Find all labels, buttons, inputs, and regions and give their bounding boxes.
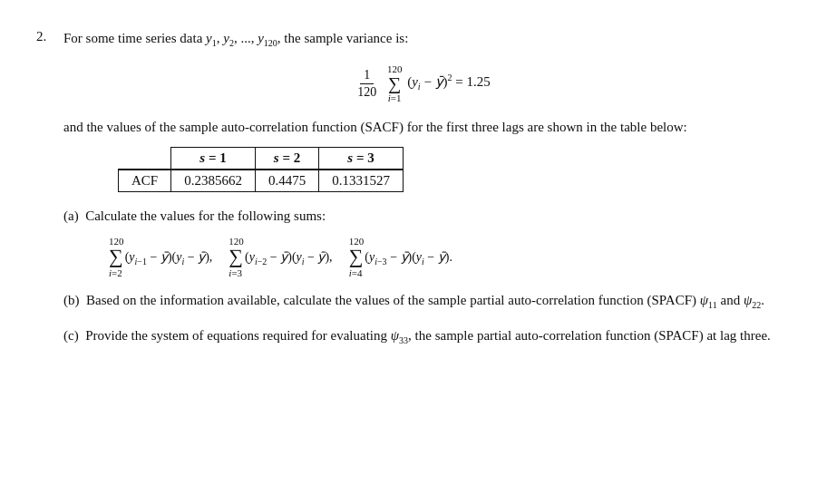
table-cell-s3: 0.1331527	[319, 170, 404, 192]
part-a-text: Calculate the values for the following s…	[85, 208, 326, 223]
sum2-formula: (yi−2 − ȳ)(yi − ȳ),	[245, 249, 333, 267]
question-body: For some time series data y1, y2, ..., y…	[63, 27, 781, 348]
table-header-s3: s = 3	[319, 148, 404, 170]
part-b-text: (b) Based on the information available, …	[63, 289, 781, 314]
question-block: 2. For some time series data y1, y2, ...…	[36, 27, 781, 348]
sum1-formula: (yi−1 − ȳ)(yi − ȳ),	[125, 249, 213, 267]
part-b-tag: (b)	[63, 293, 80, 307]
intro-prefix: For some time series data	[63, 31, 202, 45]
part-c-text: (c) Provide the system of equations requ…	[63, 325, 781, 349]
table-cell-s2: 0.4475	[255, 170, 318, 192]
sigma-bottom: i=1	[388, 92, 402, 103]
table-header-s2: s = 2	[255, 148, 318, 170]
acf-table: s = 1 s = 2 s = 3 ACF 0.2385662 0.4475 0…	[118, 147, 404, 192]
series-label: y1, y2, ..., y120,	[206, 31, 281, 45]
table-row: ACF 0.2385662 0.4475 0.1331527	[119, 170, 404, 192]
sums-block: 120 ∑ (yi−1 − ȳ)(yi − ȳ), i=2 120 ∑ (yi−…	[109, 236, 781, 278]
sigma-symbol: ∑	[388, 74, 401, 92]
sigma-expression: (yi − ȳ)2 = 1.25	[407, 74, 491, 89]
table-cell-s1: 0.2385662	[171, 170, 256, 192]
sum-item-3: 120 ∑ (yi−3 − ȳ)(yi − ȳ). i=4	[349, 236, 452, 278]
question-number: 2.	[36, 27, 54, 44]
part-c-tag: (c)	[63, 328, 79, 343]
intro-text: For some time series data y1, y2, ..., y…	[63, 27, 781, 51]
sum1-expr: ∑ (yi−1 − ȳ)(yi − ȳ),	[109, 247, 212, 267]
sum-item-2: 120 ∑ (yi−2 − ȳ)(yi − ȳ), i=3	[229, 236, 332, 278]
table-header-s1: s = 1	[171, 148, 256, 170]
sum2-bot: i=3	[229, 267, 242, 278]
table-row-label: ACF	[119, 170, 171, 192]
sum3-sigma: ∑	[349, 247, 364, 267]
part-a-label: (a) Calculate the values for the followi…	[63, 205, 781, 227]
formula-block: 1 120 120 ∑ i=1 (yi − ȳ)2 = 1.25	[63, 63, 781, 103]
table-corner	[119, 148, 171, 170]
sum2-sigma: ∑	[229, 247, 243, 267]
intro-suffix: the sample variance is:	[284, 31, 408, 45]
sum3-expr: ∑ (yi−3 − ȳ)(yi − ȳ).	[349, 247, 452, 267]
sum3-bot: i=4	[349, 267, 363, 278]
fraction-numerator: 1	[360, 68, 374, 84]
fraction-denominator: 120	[354, 84, 380, 100]
sigma-sum: 120 ∑ i=1	[387, 63, 403, 103]
part-a-tag: (a)	[63, 208, 79, 223]
sum2-expr: ∑ (yi−2 − ȳ)(yi − ȳ),	[229, 247, 332, 267]
sum3-formula: (yi−3 − ȳ)(yi − ȳ).	[365, 249, 452, 267]
sum-item-1: 120 ∑ (yi−1 − ȳ)(yi − ȳ), i=2	[109, 236, 212, 278]
and-text: and the values of the sample auto-correl…	[63, 116, 781, 138]
fraction: 1 120	[354, 68, 380, 100]
sum1-bot: i=2	[109, 267, 122, 278]
sum1-sigma: ∑	[109, 247, 123, 267]
table-section: s = 1 s = 2 s = 3 ACF 0.2385662 0.4475 0…	[118, 147, 781, 192]
